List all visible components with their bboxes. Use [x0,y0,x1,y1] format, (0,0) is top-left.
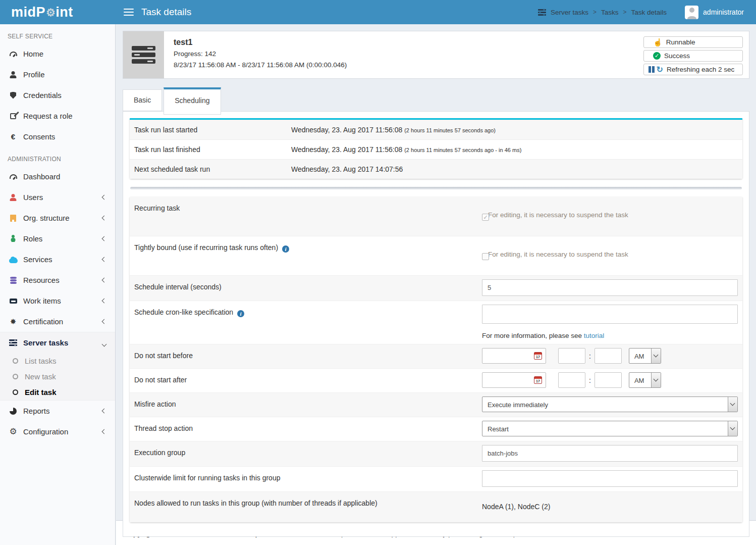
sidebar-item-dashboard[interactable]: Dashboard [0,166,115,187]
sidebar-item-resources[interactable]: Resources [0,270,115,290]
cron-specification-input[interactable] [482,305,738,324]
top-header: midP⚙int Task details Server tasks > Tas… [0,0,756,24]
thread-stop-action-select[interactable]: Restart [482,421,738,436]
breadcrumb-tasks[interactable]: Tasks [601,9,619,16]
sidebar-item-request-a-role[interactable]: Request a role [0,106,115,126]
tutorial-link[interactable]: tutorial [584,332,605,339]
sidebar-item-label: Dashboard [23,172,60,181]
not-before-date-input[interactable]: 17 [482,348,546,364]
chevron-left-icon [102,216,107,221]
sidebar-item-reports[interactable]: Reports [0,401,115,421]
field-label: Thread stop action [134,417,482,441]
badge-label: Success [664,52,690,60]
table-row: Task run last finished Wednesday, 23. Au… [130,139,742,159]
sidebar-item-list-tasks[interactable]: List tasks [0,353,115,369]
server-tasks-icon [538,9,546,16]
misfire-action-select[interactable]: Execute immediately [482,397,738,412]
breadcrumb-server-tasks[interactable]: Server tasks [551,9,588,16]
form-row-cluster-limit: Clusterwide limit for running tasks in t… [130,467,742,492]
not-before-ampm-select[interactable]: AM [629,348,661,364]
row-label: Task run last started [134,126,291,134]
sidebar-item-label: Services [23,255,52,264]
circle-icon [13,374,18,379]
field-label: Schedule cron-like specification [134,308,233,316]
cluster-limit-input[interactable] [482,470,738,487]
sidebar-item-certification[interactable]: ✸ Certification [0,311,115,332]
sidebar-item-org-structure[interactable]: Org. structure [0,208,115,228]
status-badges: ☝ Runnable ✓ Success ↻ Refreshing each 2… [643,36,743,77]
user-menu[interactable]: administrator [685,6,744,19]
sidebar-subitem-label: New task [25,372,56,381]
relative-time-note: (2 hours 11 minutes 57 seconds ago - in … [404,147,521,153]
task-progress: Progress: 142 [174,50,347,58]
chevron-left-icon [102,195,107,200]
sidebar-item-new-task[interactable]: New task [0,369,115,384]
recurring-checkbox[interactable]: ✓ [482,214,489,221]
sidebar-item-consents[interactable]: € Consents [0,126,115,147]
home-icon [10,52,17,56]
not-before-hours-input[interactable] [558,348,585,364]
chevron-left-icon [102,409,107,414]
schedule-interval-input[interactable] [482,279,738,296]
form-row-interval: Schedule interval (seconds) [130,276,742,301]
form-row-execution-group: Execution group [130,441,742,467]
row-label: Next scheduled task run [134,165,291,173]
sidebar-item-home[interactable]: Home [0,43,115,64]
sidebar-toggle-icon[interactable] [124,7,134,18]
task-name: test1 [174,38,347,47]
chevron-down-icon [651,373,661,387]
gear-icon: ⚙ [9,427,17,436]
euro-icon: € [11,133,15,140]
calendar-day: 17 [534,379,542,383]
row-label: Task run last finished [134,145,291,154]
time-colon: : [589,376,591,384]
info-icon[interactable]: i [237,310,244,317]
sidebar-item-edit-task[interactable]: Edit task [0,384,115,400]
tightly-bound-checkbox[interactable] [482,253,489,260]
calendar-icon[interactable]: 17 [534,376,542,384]
field-label: Tightly bound (use if recurring task run… [134,243,278,252]
chevron-left-icon [102,319,107,324]
edit-icon [10,113,16,119]
chevron-left-icon [102,429,107,434]
info-icon[interactable]: i [282,245,289,253]
refresh-icon: ↻ [657,66,663,74]
logo-gear-icon: ⚙ [46,7,56,19]
cloud-icon [9,259,18,263]
execution-group-input[interactable] [482,445,738,462]
badge-label: Refreshing each 2 sec [667,66,734,73]
logo-post: int [56,5,73,20]
sidebar-item-services[interactable]: Services [0,249,115,270]
sidebar-item-roles[interactable]: Roles [0,228,115,249]
not-after-ampm-select[interactable]: AM [629,372,661,388]
building-icon [10,215,16,222]
form-row-not-after: Do not start after 17 : AM [130,369,742,393]
sidebar-item-work-items[interactable]: Work items [0,290,115,311]
pause-icon [649,66,655,73]
sidebar-item-configuration[interactable]: ⚙ Configuration [0,421,115,442]
shield-icon [10,92,16,99]
sidebar-item-label: Server tasks [23,338,68,347]
not-after-hours-input[interactable] [558,372,585,388]
refresh-toggle-badge[interactable]: ↻ Refreshing each 2 sec [643,64,743,75]
form-row-cron: Schedule cron-like specification i For m… [130,301,742,344]
sidebar-item-label: Profile [23,70,45,79]
server-tasks-icon [9,339,17,346]
field-label: Nodes allowed to run tasks in this group… [134,492,482,522]
relative-time-note: (2 hours 11 minutes 57 seconds ago) [404,127,496,133]
tab-basic[interactable]: Basic [123,89,162,111]
calendar-icon[interactable]: 17 [534,352,542,360]
not-after-minutes-input[interactable] [595,372,622,388]
sidebar-item-credentials[interactable]: Credentials [0,85,115,106]
chevron-down-icon [728,397,737,412]
sidebar: SELF SERVICE Home Profile Credentials Re… [0,24,116,545]
section-divider [130,187,742,189]
not-after-date-input[interactable]: 17 [482,372,546,388]
sidebar-item-label: Work items [23,296,61,305]
tab-scheduling[interactable]: Scheduling [164,87,221,115]
sidebar-item-users[interactable]: Users [0,187,115,208]
not-before-minutes-input[interactable] [595,348,622,364]
sidebar-item-server-tasks[interactable]: Server tasks [0,332,115,353]
app-logo[interactable]: midP⚙int [0,0,116,24]
sidebar-item-profile[interactable]: Profile [0,64,115,85]
